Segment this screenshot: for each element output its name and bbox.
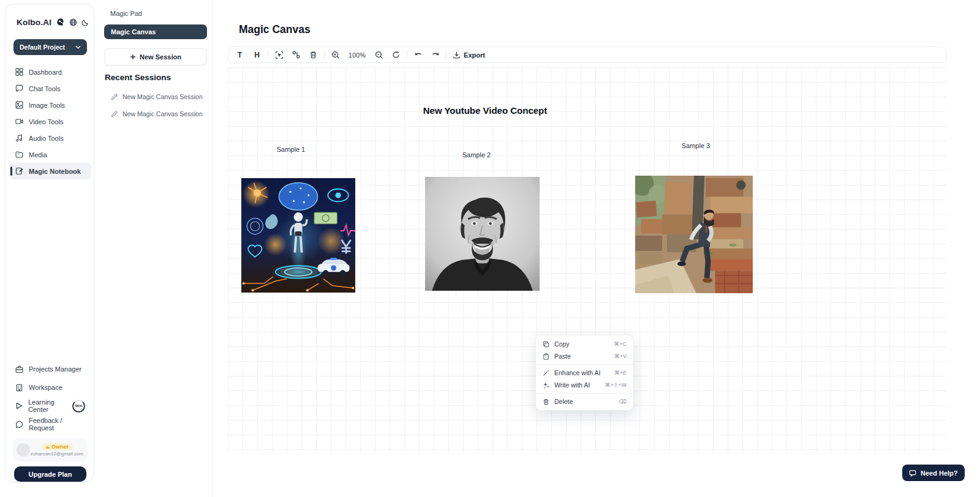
- sample-1-label[interactable]: Sample 1: [263, 146, 318, 153]
- zoom-level: 100%: [346, 51, 368, 59]
- sample-2-label[interactable]: Sample 2: [449, 151, 504, 159]
- brand-head-icon: [56, 18, 65, 27]
- sidebar-item-feedback[interactable]: Feedback / Request: [9, 415, 91, 433]
- delete-tool-button[interactable]: [307, 48, 320, 61]
- context-menu-shortcut: ⌘+⇧+W: [605, 382, 627, 388]
- page-title: Magic Canvas: [239, 23, 311, 36]
- sidebar-item-label: Image Tools: [29, 102, 65, 109]
- export-button[interactable]: Export: [451, 48, 487, 61]
- help-chat-icon: [909, 469, 916, 477]
- sidebar-item-label: Media: [29, 151, 47, 159]
- sidebar-item-workspace[interactable]: Workspace: [9, 378, 91, 397]
- canvas-grid[interactable]: New Youtube Video Concept Sample 1 Sampl…: [228, 67, 947, 452]
- connector-tool-button[interactable]: [290, 48, 303, 61]
- project-selector[interactable]: Default Project: [13, 39, 87, 55]
- context-menu-item-enhance-with-ai[interactable]: Enhance with AI ⌘+E: [536, 367, 633, 379]
- sidebar-item-image-tools[interactable]: Image Tools: [9, 97, 91, 113]
- play-icon: [15, 402, 23, 409]
- video-camera-icon: [15, 118, 23, 125]
- export-label: Export: [464, 51, 485, 59]
- plus-icon: [130, 54, 136, 60]
- sample-1-image[interactable]: [241, 178, 355, 293]
- sidebar-item-label: Video Tools: [29, 118, 63, 125]
- sample-3-image[interactable]: [635, 176, 753, 293]
- sidebar-footer-nav: Projects Manager Workspace Learning Cent…: [9, 360, 91, 433]
- app-root: Kolbo.AI Default Project Dashboard: [0, 0, 980, 497]
- context-menu-item-delete[interactable]: Delete ⌫: [536, 395, 633, 408]
- sidebar-item-label: Magic Notebook: [29, 168, 81, 175]
- sidebar-item-label: Dashboard: [29, 69, 62, 76]
- undo-button[interactable]: [412, 48, 424, 61]
- magic-pad-item[interactable]: Magic Pad: [110, 10, 142, 17]
- sidebar-item-video-tools[interactable]: Video Tools: [9, 113, 91, 130]
- sidebar-item-audio-tools[interactable]: Audio Tools: [9, 130, 91, 146]
- sidebar-nav: Dashboard Chat Tools Image Tools Video T…: [9, 64, 91, 179]
- upgrade-plan-button[interactable]: Upgrade Plan: [14, 466, 86, 482]
- sidebar-item-chat-tools[interactable]: Chat Tools: [9, 80, 91, 97]
- project-selector-label: Default Project: [20, 43, 65, 51]
- dark-mode-moon-icon[interactable]: [81, 19, 89, 26]
- magic-wand-icon: [543, 370, 549, 376]
- session-item-label: New Magic Canvas Session: [123, 110, 203, 118]
- zoom-out-button[interactable]: [372, 48, 385, 61]
- sample-3-label[interactable]: Sample 3: [668, 142, 723, 149]
- context-menu-label: Write with AI: [554, 381, 590, 389]
- notebook-pen-icon: [15, 167, 23, 175]
- sessions-panel: Magic Pad Magic Canvas New Session Recen…: [96, 0, 213, 497]
- context-menu-label: Paste: [554, 353, 571, 360]
- redo-button[interactable]: [429, 48, 442, 61]
- context-menu-item-copy[interactable]: Copy ⌘+C: [536, 338, 633, 350]
- sidebar-item-learning-center[interactable]: Learning Center 66%: [9, 397, 91, 415]
- sample-2-image[interactable]: [425, 177, 540, 291]
- music-note-icon: [15, 134, 23, 142]
- context-menu-item-paste[interactable]: Paste ⌘+V: [536, 350, 633, 362]
- sidebar-item-projects-manager[interactable]: Projects Manager: [9, 360, 91, 378]
- sidebar-item-dashboard[interactable]: Dashboard: [9, 64, 91, 80]
- context-menu-divider: [536, 393, 633, 394]
- user-email: zoharvan12@gmail.com: [31, 451, 83, 457]
- context-menu-shortcut: ⌘+V: [614, 353, 627, 359]
- new-session-label: New Session: [140, 53, 181, 61]
- context-menu-item-write-with-ai[interactable]: Write with AI ⌘+⇧+W: [536, 379, 633, 391]
- pencil-icon: [111, 111, 118, 118]
- need-help-label: Need Help?: [921, 469, 958, 477]
- canvas-title-object[interactable]: New Youtube Video Concept: [405, 105, 565, 116]
- trash-icon: [543, 398, 549, 405]
- copy-icon: [543, 341, 549, 348]
- user-card[interactable]: Owner zoharvan12@gmail.com: [13, 438, 88, 461]
- zoom-in-button[interactable]: [329, 48, 342, 61]
- context-menu-divider: [536, 364, 633, 365]
- need-help-button[interactable]: Need Help?: [902, 465, 965, 481]
- sidebar-item-label: Projects Manager: [29, 365, 81, 373]
- owner-badge: Owner: [41, 443, 73, 450]
- chat-bubble-icon: [15, 84, 23, 92]
- language-globe-icon[interactable]: [69, 18, 77, 26]
- toolbar-divider: [446, 51, 447, 59]
- reset-view-button[interactable]: [390, 48, 402, 61]
- heading-tool-button[interactable]: H: [251, 48, 263, 61]
- avatar: [17, 443, 30, 457]
- sidebar-item-label: Feedback / Request: [29, 417, 85, 432]
- sidebar-item-media[interactable]: Media: [9, 146, 91, 163]
- context-menu-label: Enhance with AI: [554, 369, 600, 376]
- context-menu-shortcut: ⌘+E: [614, 370, 627, 376]
- session-item[interactable]: New Magic Canvas Session: [111, 110, 203, 118]
- new-session-button[interactable]: New Session: [104, 48, 207, 65]
- context-menu: Copy ⌘+C Paste ⌘+V Enhance with AI ⌘+E W…: [535, 335, 634, 411]
- session-item-label: New Magic Canvas Session: [123, 93, 203, 100]
- session-item[interactable]: New Magic Canvas Session: [111, 93, 203, 100]
- text-tool-button[interactable]: T: [233, 48, 246, 61]
- magic-canvas-item[interactable]: Magic Canvas: [104, 24, 207, 39]
- building-icon: [15, 384, 23, 392]
- context-menu-shortcut: ⌘+C: [614, 341, 627, 347]
- logo-row: Kolbo.AI: [17, 18, 85, 27]
- select-tool-button[interactable]: [273, 48, 285, 61]
- clipboard-icon: [543, 353, 549, 360]
- context-menu-label: Copy: [554, 340, 570, 348]
- sparkles-icon: [543, 382, 549, 389]
- toolbar-divider: [324, 51, 325, 59]
- toolbar-divider: [268, 51, 268, 59]
- sidebar-item-magic-notebook[interactable]: Magic Notebook: [9, 163, 91, 179]
- context-menu-label: Delete: [554, 398, 573, 405]
- image-icon: [15, 101, 23, 109]
